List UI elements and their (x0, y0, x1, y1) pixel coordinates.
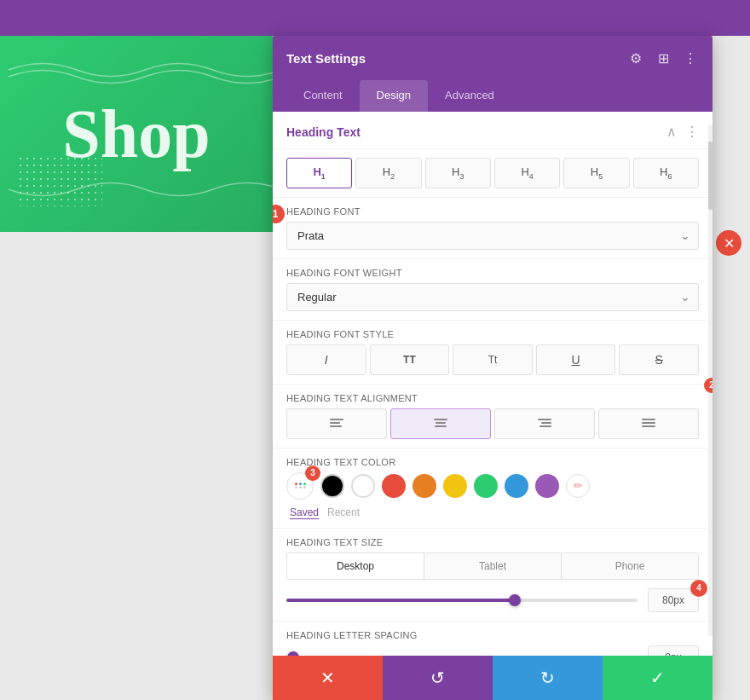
redo-button[interactable]: ↻ (493, 656, 603, 700)
panel-title: Text Settings (286, 51, 366, 66)
size-tab-tablet[interactable]: Tablet (424, 553, 562, 579)
heading-font-style-label: Heading Font Style (286, 329, 699, 339)
h-level-4[interactable]: H4 (494, 158, 560, 188)
heading-font-weight-select[interactable]: Regular (286, 283, 699, 311)
badge-1: 1 (273, 205, 285, 223)
collapse-icon[interactable]: ∧ (666, 124, 677, 140)
close-x-icon: ✕ (724, 235, 735, 252)
cancel-button[interactable]: ✕ (273, 656, 383, 700)
color-swatches: 3 (286, 472, 699, 500)
section-header-heading: Heading Text ∧ ⋮ (273, 112, 712, 149)
heading-font-label: Heading Font (286, 206, 699, 217)
heading-text-color-label: Heading Text Color (286, 457, 699, 467)
align-justify-icon (642, 418, 655, 430)
svg-rect-2 (330, 425, 342, 427)
heading-font-group: 1 Heading Font Prata (273, 198, 712, 258)
section-more-icon[interactable]: ⋮ (685, 124, 699, 140)
size-device-tabs: Desktop Tablet Phone (286, 552, 699, 580)
tab-design[interactable]: Design (360, 80, 428, 112)
h-level-3[interactable]: H3 (425, 158, 491, 188)
panel-tabs: Content Design Advanced (273, 80, 712, 112)
color-swatch-black[interactable] (320, 474, 344, 498)
svg-rect-10 (642, 422, 655, 424)
color-swatch-red[interactable] (382, 474, 406, 498)
align-center-icon (434, 418, 447, 430)
align-right-icon (538, 418, 551, 430)
svg-rect-7 (541, 422, 551, 424)
size-tab-desktop[interactable]: Desktop (287, 553, 424, 579)
more-options-icon[interactable]: ⋮ (682, 49, 699, 67)
style-btn-underline[interactable]: U (536, 344, 616, 375)
palette-dots-bottom (295, 486, 306, 489)
heading-text-color-section: Heading Text Color 3 (273, 448, 712, 528)
settings-icon[interactable]: ⚙ (627, 49, 644, 67)
svg-rect-11 (642, 425, 655, 427)
color-swatch-blue[interactable] (505, 474, 528, 498)
h-level-6[interactable]: H6 (633, 158, 699, 188)
color-tab-recent[interactable]: Recent (327, 506, 360, 519)
dotted-pattern (17, 155, 102, 206)
align-btn-center[interactable]: 2 (390, 408, 491, 439)
style-btn-italic[interactable]: I (286, 344, 366, 375)
align-btn-left[interactable] (286, 408, 387, 439)
color-palette-wrapper: 3 (286, 472, 314, 500)
panel-body[interactable]: Heading Text ∧ ⋮ H1 H2 H3 H4 H5 H6 1 Hea… (273, 112, 712, 700)
heading-letter-spacing-label: Heading Letter Spacing (286, 630, 699, 640)
top-bar (0, 0, 750, 36)
text-size-slider-thumb[interactable] (509, 594, 521, 606)
save-icon: ✓ (650, 668, 665, 688)
badge-4: 4 (690, 580, 707, 597)
eyedropper-button[interactable]: ✏ (566, 474, 590, 498)
svg-rect-3 (434, 419, 447, 420)
heading-font-weight-select-wrapper: Regular (286, 283, 699, 311)
color-swatch-white[interactable] (351, 474, 375, 498)
style-btn-strikethrough[interactable]: S (619, 344, 699, 375)
heading-text-size-label: Heading Text Size (286, 537, 699, 547)
style-buttons: I TT Tt U S (286, 344, 699, 375)
tab-content[interactable]: Content (286, 80, 360, 112)
style-btn-uppercase[interactable]: TT (370, 344, 450, 375)
undo-icon: ↺ (430, 668, 445, 688)
size-tab-phone[interactable]: Phone (562, 553, 698, 579)
h-level-5[interactable]: H5 (563, 158, 629, 188)
color-swatch-purple[interactable] (535, 474, 559, 498)
heading-font-select[interactable]: Prata (286, 222, 699, 250)
align-btn-justify[interactable] (598, 408, 699, 439)
palette-dots-top (295, 483, 306, 485)
text-size-slider[interactable] (286, 599, 638, 602)
color-tabs: Saved Recent (286, 506, 699, 519)
layout-icon[interactable]: ⊞ (655, 49, 672, 67)
section-title-heading: Heading Text (286, 125, 361, 139)
bottom-toolbar: ✕ ↺ ↻ ✓ (273, 656, 712, 700)
color-swatch-green[interactable] (474, 474, 498, 498)
tab-advanced[interactable]: Advanced (428, 80, 511, 112)
badge-2: 2 (704, 378, 712, 393)
heading-text-size-group: Heading Text Size Desktop Tablet Phone 4 (273, 529, 712, 621)
right-close-button[interactable]: ✕ (716, 230, 741, 256)
save-button[interactable]: ✓ (603, 656, 712, 700)
section-header-icons: ∧ ⋮ (666, 124, 699, 140)
color-swatch-yellow[interactable] (443, 474, 467, 498)
align-left-icon (330, 418, 343, 430)
align-btn-right[interactable] (494, 408, 595, 439)
heading-font-style-group: Heading Font Style I TT Tt U S (273, 321, 712, 384)
text-size-slider-row: 4 (286, 588, 699, 612)
cancel-icon: ✕ (320, 668, 335, 688)
svg-rect-5 (435, 425, 447, 427)
svg-rect-6 (538, 419, 551, 420)
color-tab-saved[interactable]: Saved (290, 506, 319, 519)
badge-3: 3 (305, 466, 320, 481)
wave-lines-top (0, 53, 273, 87)
heading-font-weight-label: Heading Font Weight (286, 268, 699, 278)
heading-text-alignment-label: Heading Text Alignment (286, 393, 699, 403)
heading-font-select-wrapper: Prata (286, 222, 699, 250)
style-btn-capitalize[interactable]: Tt (453, 344, 533, 375)
h-level-2[interactable]: H2 (355, 158, 421, 188)
panel-header-icons: ⚙ ⊞ ⋮ (627, 49, 699, 67)
h-level-1[interactable]: H1 (286, 158, 352, 188)
panel-header: Text Settings ⚙ ⊞ ⋮ (273, 36, 712, 80)
undo-button[interactable]: ↺ (383, 656, 493, 700)
panel-scrollbar-thumb[interactable] (708, 142, 712, 210)
color-swatch-orange[interactable] (412, 474, 436, 498)
settings-panel: Text Settings ⚙ ⊞ ⋮ Content Design Advan… (273, 36, 712, 700)
